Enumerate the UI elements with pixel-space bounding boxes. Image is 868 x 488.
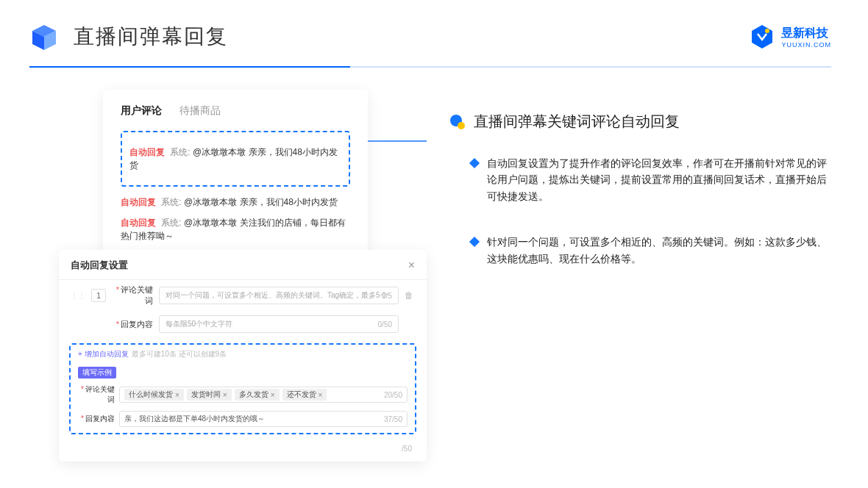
drag-handle-icon[interactable]: ⋮⋮ [71, 292, 85, 300]
example-content-input[interactable]: 亲，我们这边都是下单48小时内发货的哦～ 37/50 [119, 411, 408, 427]
tab-comments[interactable]: 用户评论 [121, 104, 162, 118]
section-title: 直播间弹幕关键词评论自动回复 [474, 112, 680, 132]
diamond-icon [469, 237, 480, 247]
cube-icon [29, 22, 59, 51]
settings-title: 自动回复设置 [71, 259, 128, 272]
bubble-icon [449, 113, 466, 131]
svg-point-5 [458, 122, 465, 129]
description-panel: 直播间弹幕关键词评论自动回复 自动回复设置为了提升作者的评论回复效率，作者可在开… [449, 90, 831, 462]
brand-icon [749, 24, 775, 50]
content-input[interactable]: 每条限50个中文字符 0/50 [159, 315, 399, 333]
tag-item[interactable]: 发货时间× [187, 389, 232, 401]
diamond-icon [469, 158, 480, 168]
example-area: + 增加自动回复最多可建10条 还可以创建9条 填写示例 评论关键词 什么时候发… [69, 343, 416, 434]
tag-item[interactable]: 多久发货× [235, 389, 280, 401]
order-number: 1 [91, 289, 106, 302]
page-header: 直播间弹幕回复 昱新科技 YUUXIN.COM [0, 0, 868, 51]
page-title: 直播间弹幕回复 [74, 23, 228, 51]
delete-icon[interactable]: 🗑 [405, 290, 415, 301]
tag-item[interactable]: 什么时候发货× [124, 389, 184, 401]
tag-item[interactable]: 还不发货× [282, 389, 327, 401]
example-keyword-input[interactable]: 什么时候发货× 发货时间× 多久发货× 还不发货× 20/50 [119, 387, 408, 403]
auto-reply-tag: 自动回复 [129, 147, 165, 157]
keyword-input[interactable]: 对同一个问题，可设置多个相近、高频的关键词。Tag确定，最多5个 0/5 [159, 287, 399, 304]
svg-point-3 [765, 29, 769, 33]
close-icon[interactable]: × [408, 259, 415, 272]
bullet-item: 针对同一个问题，可设置多个相近的、高频的关键词。例如：这款多少钱、这块能优惠吗、… [471, 234, 831, 267]
tab-products[interactable]: 待播商品 [179, 104, 221, 118]
content-label: 回复内容 [112, 319, 153, 330]
system-label: 系统: [170, 147, 190, 157]
keyword-label: 评论关键词 [112, 284, 153, 306]
add-auto-reply-link[interactable]: + 增加自动回复最多可建10条 还可以创建9条 [78, 349, 408, 359]
comments-panel: 用户评论 待播商品 自动回复 系统: @冰墩墩本墩 亲亲，我们48小时内发货 自… [103, 90, 368, 257]
bullet-item: 自动回复设置为了提升作者的评论回复效率，作者可在开播前针对常见的评论用户问题，提… [471, 155, 831, 204]
comment-text: @冰墩墩本墩 亲亲，我们48小时内发货 [184, 197, 338, 207]
brand-name-cn: 昱新科技 [781, 26, 831, 41]
example-badge: 填写示例 [78, 367, 116, 378]
highlighted-comment: 自动回复 系统: @冰墩墩本墩 亲亲，我们48小时内发货 [121, 131, 350, 187]
auto-reply-settings-panel: 自动回复设置 × ⋮⋮ 1 评论关键词 对同一个问题，可设置多个相近、高频的关键… [59, 250, 427, 462]
brand-name-en: YUUXIN.COM [781, 41, 831, 49]
brand: 昱新科技 YUUXIN.COM [749, 24, 831, 50]
